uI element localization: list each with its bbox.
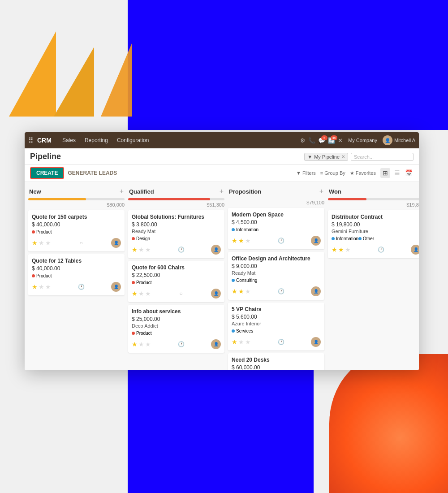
card-footer: ★★★ ○ 👤 (132, 289, 221, 298)
star-1[interactable]: ★ (132, 341, 138, 348)
star-3[interactable]: ★ (45, 239, 51, 246)
star-2[interactable]: ★ (39, 239, 44, 246)
kanban-view-btn[interactable]: ⊞ (380, 168, 390, 178)
star-3[interactable]: ★ (145, 290, 151, 297)
favorites-btn[interactable]: ★ Favorites (350, 170, 376, 176)
activity-clock-icon: 🕐 (278, 339, 284, 345)
star-2[interactable]: ★ (238, 288, 244, 295)
apps-icon[interactable]: ⠿ (28, 136, 34, 145)
card-title: 5 VP Chairs (232, 306, 321, 312)
filter-label: My Pipeline (314, 154, 340, 160)
card-title: Distributor Contract (332, 214, 419, 220)
card-stars[interactable]: ★★★ (232, 237, 251, 244)
card-stars[interactable]: ★★★ (232, 288, 251, 295)
card-stars[interactable]: ★★★ (332, 246, 351, 253)
col-total-new: $80,000 (28, 202, 125, 208)
activity-clock-icon: 🕐 (378, 246, 384, 253)
settings-icon[interactable]: ⚙ (300, 137, 306, 144)
card-title: Info about services (132, 308, 221, 315)
kanban-card[interactable]: Modern Open Space $ 4,500.00 Information… (228, 208, 324, 249)
kanban-card[interactable]: Global Solutions: Furnitures $ 3,800.00 … (128, 210, 224, 258)
star-1[interactable]: ★ (232, 237, 237, 244)
star-2[interactable]: ★ (39, 283, 44, 290)
star-3[interactable]: ★ (145, 246, 151, 253)
kanban-card[interactable]: Distributor Contract $ 19,800.00 Gemini … (328, 210, 419, 258)
activity-icon[interactable]: 🔄40 (328, 137, 335, 144)
blue-bg-top (128, 0, 448, 130)
filter-close[interactable]: ✕ (341, 154, 345, 159)
kanban-card[interactable]: Quote for 12 Tables $ 40,000.00 Product … (28, 254, 125, 295)
card-stars[interactable]: ★★★ (32, 239, 51, 246)
col-progress-fill-qualified (128, 198, 210, 200)
star-1[interactable]: ★ (32, 283, 38, 290)
kanban-card[interactable]: Need 20 Desks $ 60,000.00 Consulting ★★★… (228, 353, 324, 370)
star-1[interactable]: ★ (132, 290, 138, 297)
calendar-view-btn[interactable]: 📅 (404, 168, 414, 178)
kanban-col-won: Won + $19,800 Distributor Contract $ 19,… (328, 186, 419, 367)
chat-badge: 5 (321, 135, 327, 140)
col-header-new: New + (28, 186, 125, 197)
star-2[interactable]: ★ (238, 338, 244, 346)
star-3[interactable]: ★ (245, 237, 251, 244)
activity-clock-icon: 🕐 (178, 341, 185, 347)
star-3[interactable]: ★ (145, 341, 151, 348)
star-3[interactable]: ★ (345, 246, 351, 253)
star-2[interactable]: ★ (138, 341, 144, 348)
phone-icon[interactable]: 📞 (308, 137, 315, 144)
title-row: Pipeline ▼ My Pipeline ✕ Search... (30, 152, 414, 161)
star-2[interactable]: ★ (338, 246, 344, 253)
tag-label: Design (136, 236, 150, 241)
tag-dot (232, 279, 235, 282)
nav-sales[interactable]: Sales (59, 135, 79, 145)
card-avatar: 👤 (411, 245, 419, 255)
card-avatar: 👤 (311, 286, 321, 296)
card-stars[interactable]: ★★★ (132, 290, 151, 297)
filters-btn[interactable]: ▼ Filters (296, 170, 316, 176)
star-1[interactable]: ★ (332, 246, 337, 253)
card-stars[interactable]: ★★★ (132, 246, 151, 253)
nav-reporting[interactable]: Reporting (81, 135, 112, 145)
star-3[interactable]: ★ (245, 288, 251, 295)
card-stars[interactable]: ★★★ (232, 338, 251, 346)
my-pipeline-filter[interactable]: ▼ My Pipeline ✕ (304, 153, 348, 161)
kanban-card[interactable]: Quote for 150 carpets $ 40,000.00 Produc… (28, 210, 125, 251)
generate-leads-button[interactable]: GENERATE LEADS (68, 170, 117, 176)
col-add-new[interactable]: + (120, 187, 124, 195)
star-1[interactable]: ★ (232, 338, 237, 346)
search-box[interactable]: Search... (351, 153, 414, 161)
view-toggles: ⊞ ☰ 📅 (380, 168, 414, 178)
tag-label: Product (36, 229, 52, 234)
group-by-btn[interactable]: ≡ Group By (320, 170, 345, 176)
star-1[interactable]: ★ (132, 246, 138, 253)
star-2[interactable]: ★ (138, 246, 144, 253)
kanban-card[interactable]: 5 VP Chairs $ 5,600.00 Azure Interior Se… (228, 303, 324, 350)
nav-company[interactable]: My Company (348, 138, 377, 143)
col-title-proposition: Proposition (229, 188, 261, 195)
create-button[interactable]: CREATE (30, 167, 64, 179)
kanban-card[interactable]: Quote for 600 Chairs $ 22,500.00 Product… (128, 261, 224, 302)
star-3[interactable]: ★ (245, 338, 251, 346)
nav-configuration[interactable]: Configuration (113, 135, 152, 145)
card-footer: ★★★ ○ 👤 (32, 238, 121, 248)
star-3[interactable]: ★ (45, 283, 51, 290)
tag-label: Product (136, 280, 151, 285)
col-total-qualified: $51,300 (128, 202, 224, 208)
star-1[interactable]: ★ (32, 239, 38, 246)
star-2[interactable]: ★ (238, 237, 244, 244)
card-stars[interactable]: ★★★ (32, 283, 51, 290)
star-1[interactable]: ★ (232, 288, 237, 295)
card-company: Ready Mat (132, 229, 221, 234)
kanban-card[interactable]: Office Design and Architecture $ 9,000.0… (228, 252, 324, 300)
crm-window: ⠿ CRM Sales Reporting Configuration ⚙ 📞 … (25, 132, 419, 370)
card-avatar: 👤 (311, 337, 321, 347)
nav-user[interactable]: 👤 Mitchell A (383, 135, 415, 145)
star-2[interactable]: ★ (138, 290, 144, 297)
card-amount: $ 19,800.00 (332, 221, 419, 228)
card-stars[interactable]: ★★★ (132, 341, 151, 348)
kanban-card[interactable]: Info about services $ 25,000.00 Deco Add… (128, 305, 224, 353)
list-view-btn[interactable]: ☰ (392, 168, 402, 178)
col-add-qualified[interactable]: + (220, 187, 224, 195)
col-add-proposition[interactable]: + (319, 187, 323, 195)
close-icon[interactable]: ✕ (338, 137, 343, 144)
chat-icon[interactable]: 💬5 (318, 137, 325, 144)
